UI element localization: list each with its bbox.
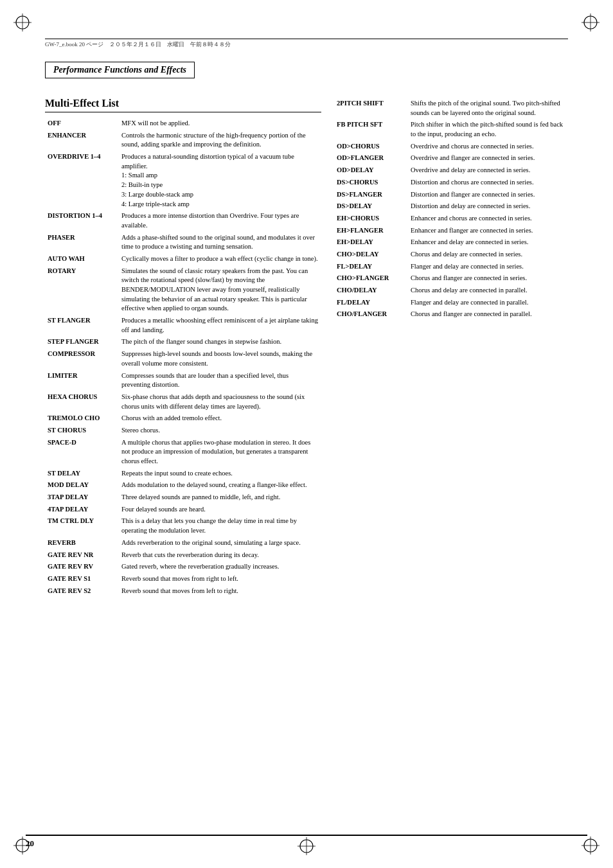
table-row: FL/DELAYFlanger and delay are connected … [334, 297, 568, 309]
header-line [45, 39, 568, 39]
effect-name: ST FLANGER [45, 315, 119, 336]
effect-name: CHO>FLANGER [334, 272, 408, 285]
section-title: Performance Functions and Effects [53, 65, 186, 75]
effect-desc: Gated reverb, where the reverberation gr… [119, 561, 321, 573]
table-row: ST DELAYRepeats the input sound to creat… [45, 468, 321, 480]
effect-desc: Three delayed sounds are panned to middl… [119, 492, 321, 504]
table-row: GATE REV NRReverb that cuts the reverber… [45, 549, 321, 562]
effect-desc: Adds reverberation to the original sound… [119, 537, 321, 549]
sub-title: Multi-Effect List [45, 98, 321, 112]
effect-name: OD>DELAY [334, 164, 408, 177]
table-row: CHO/DELAYChorus and delay are connected … [334, 285, 568, 297]
footer-line [26, 835, 587, 836]
effect-desc: Reverb that cuts the reverberation durin… [119, 549, 321, 562]
effect-name: GATE REV RV [45, 561, 119, 573]
table-row: COMPRESSORSuppresses high-level sounds a… [45, 348, 321, 369]
effect-name: HEXA CHORUS [45, 391, 119, 412]
table-row: GATE REV RVGated reverb, where the rever… [45, 561, 321, 573]
table-row: EH>FLANGEREnhancer and flanger are conne… [334, 225, 568, 237]
effect-desc: Chorus and delay are connected in series… [408, 249, 568, 261]
table-row: SPACE-DA multiple chorus that applies tw… [45, 437, 321, 468]
table-row: OVERDRIVE 1–4Produces a natural-sounding… [45, 151, 321, 210]
table-row: 3TAP DELAYThree delayed sounds are panne… [45, 492, 321, 504]
table-row: REVERBAdds reverberation to the original… [45, 537, 321, 549]
effect-desc: Four delayed sounds are heard. [119, 504, 321, 516]
effect-name: DS>DELAY [334, 200, 408, 213]
effect-desc: Adds a phase-shifted sound to the origin… [119, 232, 321, 253]
effect-desc: Suppresses high-level sounds and boosts … [119, 348, 321, 369]
effect-desc: Chorus and delay are connected in parall… [408, 285, 568, 297]
table-row: GATE REV S1Reverb sound that moves from … [45, 573, 321, 585]
effect-name: STEP FLANGER [45, 336, 119, 348]
effect-desc: The pitch of the flanger sound changes i… [119, 336, 321, 348]
effect-name: DS>FLANGER [334, 189, 408, 201]
corner-mark-tl [13, 13, 32, 32]
effect-desc: Overdrive and delay are connected in ser… [408, 164, 568, 177]
table-row: FL>DELAYFlanger and delay are connected … [334, 261, 568, 273]
effect-desc: Shifts the pitch of the original sound. … [408, 98, 568, 119]
table-row: OD>DELAYOverdrive and delay are connecte… [334, 164, 568, 177]
effect-name: AUTO WAH [45, 253, 119, 265]
table-row: EH>DELAYEnhancer and delay are connected… [334, 236, 568, 249]
effect-name: CHO/DELAY [334, 285, 408, 297]
effect-name: EH>DELAY [334, 236, 408, 249]
table-row: 2PITCH SHIFTShifts the pitch of the orig… [334, 98, 568, 119]
effect-desc: Flanger and delay are connected in serie… [408, 261, 568, 273]
effect-desc: Flanger and delay are connected in paral… [408, 297, 568, 309]
effect-name: 4TAP DELAY [45, 504, 119, 516]
table-row: EH>CHORUSEnhancer and chorus are connect… [334, 213, 568, 225]
left-column: Multi-Effect List OFFMFX will not be app… [45, 98, 321, 597]
effect-name: FB PITCH SFT [334, 119, 408, 140]
effect-name: LIMITER [45, 370, 119, 391]
effect-name: EH>CHORUS [334, 213, 408, 225]
effect-name: EH>FLANGER [334, 225, 408, 237]
effect-desc: Enhancer and delay are connected in seri… [408, 236, 568, 249]
effect-desc: Distortion and delay are connected in se… [408, 200, 568, 213]
effect-desc: Produces a more intense distortion than … [119, 210, 321, 231]
effect-name: COMPRESSOR [45, 348, 119, 369]
section-box: Performance Functions and Effects [45, 62, 195, 78]
effect-desc: Distortion and flanger are connected in … [408, 189, 568, 201]
effect-desc: Chorus and flanger are connected in para… [408, 308, 568, 321]
effect-name: ENHANCER [45, 130, 119, 151]
page: GW-7_e.book 20 ページ ２０５年２月１６日 水曜日 午前８時４８分… [0, 0, 613, 868]
effect-desc: This is a delay that lets you change the… [119, 515, 321, 536]
effect-name: GATE REV S2 [45, 585, 119, 598]
page-number: 20 [26, 838, 34, 849]
corner-mark-tr [581, 13, 600, 32]
effect-name: GATE REV S1 [45, 573, 119, 585]
effect-name: OD>FLANGER [334, 152, 408, 164]
effect-desc: Distortion and chorus are connected in s… [408, 177, 568, 189]
effect-name: OFF [45, 118, 119, 130]
table-row: AUTO WAHCyclically moves a filter to pro… [45, 253, 321, 265]
effect-desc: Controls the harmonic structure of the h… [119, 130, 321, 151]
effect-name: 3TAP DELAY [45, 492, 119, 504]
effect-name: ROTARY [45, 265, 119, 315]
bottom-center-mark [298, 837, 315, 856]
header-meta: GW-7_e.book 20 ページ ２０５年２月１６日 水曜日 午前８時４８分 [45, 40, 568, 49]
effect-desc: Pitch shifter in which the pitch-shifted… [408, 119, 568, 140]
effect-name: TM CTRL DLY [45, 515, 119, 536]
effect-name: ST DELAY [45, 468, 119, 480]
right-column: 2PITCH SHIFTShifts the pitch of the orig… [334, 98, 568, 597]
table-row: STEP FLANGERThe pitch of the flanger sou… [45, 336, 321, 348]
effect-desc: Reverb sound that moves from left to rig… [119, 585, 321, 598]
table-row: CHO/FLANGERChorus and flanger are connec… [334, 308, 568, 321]
table-row: HEXA CHORUSSix-phase chorus that adds de… [45, 391, 321, 412]
table-row: ENHANCERControls the harmonic structure … [45, 130, 321, 151]
table-row: 4TAP DELAYFour delayed sounds are heard. [45, 504, 321, 516]
table-row: CHO>DELAYChorus and delay are connected … [334, 249, 568, 261]
effect-name: CHO/FLANGER [334, 308, 408, 321]
effect-name: REVERB [45, 537, 119, 549]
effect-desc: Overdrive and chorus are connected in se… [408, 141, 568, 153]
table-row: MOD DELAYAdds modulation to the delayed … [45, 479, 321, 492]
table-row: ROTARYSimulates the sound of classic rot… [45, 265, 321, 315]
effect-desc: Reverb sound that moves from right to le… [119, 573, 321, 585]
table-row: LIMITERCompresses sounds that are louder… [45, 370, 321, 391]
table-row: OD>FLANGEROverdrive and flanger are conn… [334, 152, 568, 164]
table-row: PHASERAdds a phase-shifted sound to the … [45, 232, 321, 253]
effect-name: PHASER [45, 232, 119, 253]
effect-name: DISTORTION 1–4 [45, 210, 119, 231]
effect-name: SPACE-D [45, 437, 119, 468]
table-row: OFFMFX will not be applied. [45, 118, 321, 130]
